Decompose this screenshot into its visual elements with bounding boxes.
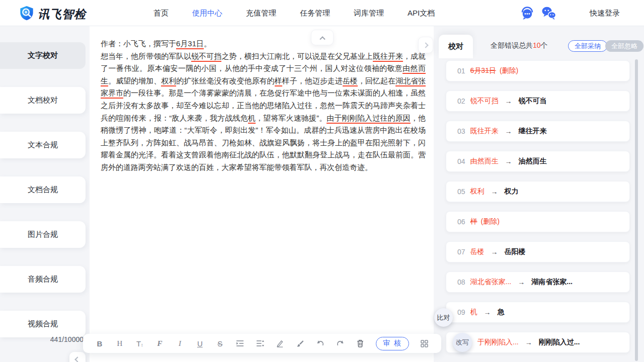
strikethrough-icon[interactable]: S <box>215 339 224 348</box>
correction-card[interactable]: 03既往开来→继往开来 <box>446 121 630 142</box>
arrow-icon: → <box>491 248 498 256</box>
sidebar-item-label: 音频合规 <box>28 275 58 284</box>
correction-card[interactable]: 08湖北省张家...→湖南省张家... <box>446 272 630 293</box>
sidebar-item-label: 视频合规 <box>28 319 58 329</box>
collapse-left-button[interactable] <box>69 352 86 362</box>
editor-area[interactable]: 作者：小飞飞，撰写于6月31日。想当年，他所带领的军队以锐不可挡之势，横扫大江南… <box>90 26 434 362</box>
chevron-up-icon <box>319 36 325 42</box>
error-text: 既往开来 <box>470 127 499 136</box>
sidebar-item-音频合规[interactable]: 音频合规 <box>0 266 86 293</box>
sidebar-item-文档合规[interactable]: 文档合规 <box>0 176 86 203</box>
scrollbar[interactable] <box>635 59 638 361</box>
brush-icon[interactable] <box>296 340 305 347</box>
nav-item-首页[interactable]: 首页 <box>153 9 169 18</box>
error-underlined-text[interactable]: 机 <box>248 114 256 124</box>
nav-item-API文档[interactable]: API文档 <box>408 9 435 18</box>
text-run: 作者：小飞飞，撰写于 <box>101 39 176 48</box>
editor-toolbar: BHT↕FIUS审 核 <box>83 334 441 353</box>
error-text: 6月31日 <box>470 66 496 75</box>
sidebar-item-视频合规[interactable]: 视频合规 <box>0 311 86 337</box>
error-underlined-text[interactable]: 6月31日 <box>176 39 204 49</box>
correction-text: 湖南省张家... <box>531 278 573 287</box>
quick-login-button[interactable]: 快速登录 <box>590 0 620 26</box>
layout-grid-icon[interactable] <box>420 340 429 347</box>
next-page-button[interactable] <box>418 37 433 53</box>
error-count: 10 <box>533 41 541 49</box>
chevron-left-icon <box>74 356 80 362</box>
correction-card[interactable]: 07岳楼→岳阳楼 <box>446 241 630 262</box>
sidebar-item-图片合规[interactable]: 图片合规 <box>0 221 86 248</box>
error-text: 权利 <box>470 187 485 196</box>
arrow-icon: → <box>491 188 498 196</box>
error-underlined-text[interactable]: 由于刚刚陷入过往的原因 <box>327 114 411 124</box>
error-underlined-text[interactable]: 锐不可挡 <box>191 52 221 62</box>
review-button[interactable]: 审 核 <box>376 337 409 350</box>
correction-text: 锐不可当 <box>519 97 547 106</box>
brand[interactable]: 讯飞智检 <box>19 5 86 23</box>
correction-text: 急 <box>498 308 505 317</box>
error-underlined-text[interactable]: 既往开来 <box>373 52 403 62</box>
sidebar-item-文本合规[interactable]: 文本合规 <box>0 132 86 158</box>
correction-number: 03 <box>457 127 465 135</box>
bold-icon[interactable]: B <box>95 339 104 348</box>
redo-icon[interactable] <box>336 340 345 347</box>
correction-card[interactable]: 05权利→权力 <box>446 181 630 202</box>
correction-number: 02 <box>457 97 465 105</box>
text-run: 。 <box>204 39 211 48</box>
undo-icon[interactable] <box>315 340 325 347</box>
error-text: 岳楼 <box>470 247 485 256</box>
sidebar-item-文档校对[interactable]: 文档校对 <box>0 87 86 114</box>
paragraph[interactable]: 作者：小飞飞，撰写于6月31日。 <box>101 38 426 50</box>
accept-all-button[interactable]: 全部采纳 <box>568 40 607 52</box>
error-summary: 全部错误总共10个 <box>491 41 548 50</box>
error-underlined-text[interactable]: 权利 <box>161 76 176 86</box>
arrow-icon: → <box>484 308 491 316</box>
sidebar-item-label: 文本合规 <box>28 140 58 150</box>
brand-name: 讯飞智检 <box>38 7 86 22</box>
sidebar-item-label: 文档校对 <box>28 96 58 105</box>
ignore-all-button[interactable]: 全部忽略 <box>605 40 643 52</box>
arrow-icon: → <box>505 97 512 105</box>
italic-icon[interactable]: I <box>175 339 184 348</box>
wechat-icon[interactable] <box>541 6 556 22</box>
top-navbar: 讯飞智检 首页使用中心充值管理任务管理词库管理API文档 快速登录 <box>0 0 644 26</box>
correction-list: 016月31日(删除)02锐不可挡→锐不可当03既往开来→继往开来04由然而生→… <box>446 60 630 362</box>
arrow-icon: → <box>505 127 512 135</box>
line-height-icon[interactable] <box>256 340 265 347</box>
arrow-icon: → <box>505 157 512 165</box>
text-height-icon[interactable]: T↕ <box>135 339 144 348</box>
correction-card[interactable]: 09机→急 <box>446 302 630 323</box>
indent-icon[interactable] <box>235 340 245 347</box>
sidebar-item-文字校对[interactable]: 文字校对 <box>0 42 86 69</box>
error-underlined-text[interactable]: 岳楼 <box>343 76 358 86</box>
correction-number: 01 <box>457 67 465 75</box>
tab-proofread[interactable]: 校对 <box>439 35 473 58</box>
nav-item-使用中心[interactable]: 使用中心 <box>192 9 222 18</box>
nav-item-充值管理[interactable]: 充值管理 <box>246 9 276 18</box>
text-run: 之势，横扫大江南北，可以说是在父兄基业上 <box>221 52 372 60</box>
correction-text: 油然而生 <box>519 157 547 166</box>
trash-icon[interactable] <box>356 339 365 347</box>
paragraph[interactable]: 想当年，他所带领的军队以锐不可挡之势，横扫大江南北，可以说是在父兄基业上既往开来… <box>101 50 426 174</box>
heading-icon[interactable]: H <box>115 339 124 348</box>
underline-icon[interactable]: U <box>195 339 204 348</box>
char-count: 441/10000 <box>0 335 84 343</box>
scroll-top-button[interactable] <box>311 30 334 45</box>
customer-service-icon[interactable] <box>520 6 534 22</box>
compare-fab[interactable]: 比对 <box>434 308 453 327</box>
pen-icon[interactable] <box>276 339 285 347</box>
correction-card[interactable]: 016月31日(删除) <box>446 60 630 81</box>
correction-card[interactable]: 改写于刚刚陷入...→刚刚陷入过... <box>446 332 630 353</box>
nav-item-任务管理[interactable]: 任务管理 <box>300 9 330 18</box>
correction-text: 权力 <box>505 187 519 196</box>
font-icon[interactable]: F <box>155 339 165 348</box>
nav-menu: 首页使用中心充值管理任务管理词库管理API文档 <box>153 0 435 26</box>
arrow-icon: → <box>518 278 525 286</box>
nav-item-词库管理[interactable]: 词库管理 <box>354 9 384 18</box>
correction-card[interactable]: 02锐不可挡→锐不可当 <box>446 90 630 112</box>
correction-card[interactable]: 04由然而生→油然而生 <box>446 151 630 172</box>
correction-card[interactable]: 06样(删除) <box>446 211 630 232</box>
correction-number: 09 <box>457 308 465 316</box>
document-text[interactable]: 作者：小飞飞，撰写于6月31日。想当年，他所带领的军队以锐不可挡之势，横扫大江南… <box>101 38 426 174</box>
error-underlined-text[interactable]: 样 <box>275 76 282 86</box>
